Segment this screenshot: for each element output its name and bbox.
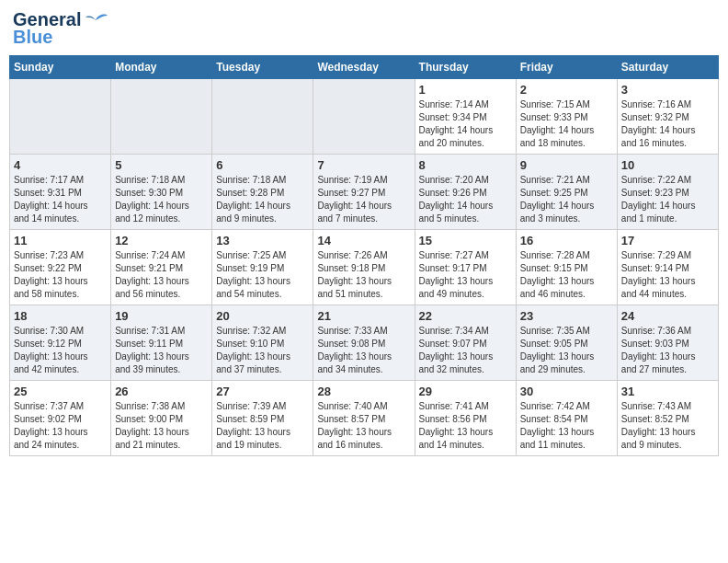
calendar-cell: 16Sunrise: 7:28 AM Sunset: 9:15 PM Dayli…	[516, 230, 617, 305]
day-info: Sunrise: 7:16 AM Sunset: 9:32 PM Dayligh…	[621, 98, 714, 150]
calendar-cell: 21Sunrise: 7:33 AM Sunset: 9:08 PM Dayli…	[313, 305, 415, 381]
header-monday: Monday	[111, 56, 212, 79]
day-number: 13	[216, 234, 309, 247]
day-number: 6	[216, 158, 309, 172]
day-info: Sunrise: 7:24 AM Sunset: 9:21 PM Dayligh…	[115, 249, 208, 301]
calendar-cell: 20Sunrise: 7:32 AM Sunset: 9:10 PM Dayli…	[212, 305, 313, 381]
day-info: Sunrise: 7:19 AM Sunset: 9:27 PM Dayligh…	[317, 174, 410, 225]
day-number: 30	[520, 385, 613, 398]
day-info: Sunrise: 7:22 AM Sunset: 9:23 PM Dayligh…	[621, 174, 714, 225]
day-number: 5	[115, 158, 208, 172]
calendar-cell: 17Sunrise: 7:29 AM Sunset: 9:14 PM Dayli…	[617, 230, 718, 305]
header-saturday: Saturday	[617, 56, 718, 79]
calendar-cell: 12Sunrise: 7:24 AM Sunset: 9:21 PM Dayli…	[111, 230, 212, 305]
calendar-cell: 3Sunrise: 7:16 AM Sunset: 9:32 PM Daylig…	[617, 79, 718, 155]
logo-bird-icon	[83, 11, 108, 29]
day-number: 21	[317, 309, 410, 323]
day-info: Sunrise: 7:40 AM Sunset: 8:57 PM Dayligh…	[317, 400, 410, 452]
header-friday: Friday	[516, 56, 617, 79]
header-tuesday: Tuesday	[212, 56, 313, 79]
calendar-cell: 11Sunrise: 7:23 AM Sunset: 9:22 PM Dayli…	[10, 230, 111, 305]
day-info: Sunrise: 7:30 AM Sunset: 9:12 PM Dayligh…	[14, 325, 107, 376]
day-info: Sunrise: 7:28 AM Sunset: 9:15 PM Dayligh…	[520, 249, 613, 301]
day-info: Sunrise: 7:35 AM Sunset: 9:05 PM Dayligh…	[520, 325, 613, 376]
calendar-cell: 31Sunrise: 7:43 AM Sunset: 8:52 PM Dayli…	[617, 381, 718, 456]
day-info: Sunrise: 7:42 AM Sunset: 8:54 PM Dayligh…	[520, 400, 613, 452]
calendar-cell	[10, 79, 111, 155]
day-number: 14	[317, 234, 410, 247]
day-info: Sunrise: 7:39 AM Sunset: 8:59 PM Dayligh…	[216, 400, 309, 452]
day-number: 12	[115, 234, 208, 247]
day-number: 2	[520, 83, 613, 97]
calendar-cell: 19Sunrise: 7:31 AM Sunset: 9:11 PM Dayli…	[111, 305, 212, 381]
day-number: 29	[419, 385, 512, 398]
day-number: 4	[14, 158, 107, 172]
day-info: Sunrise: 7:15 AM Sunset: 9:33 PM Dayligh…	[520, 98, 613, 150]
header-wednesday: Wednesday	[313, 56, 415, 79]
calendar-week-4: 18Sunrise: 7:30 AM Sunset: 9:12 PM Dayli…	[10, 305, 719, 381]
calendar-cell: 24Sunrise: 7:36 AM Sunset: 9:03 PM Dayli…	[617, 305, 718, 381]
calendar-cell	[313, 79, 415, 155]
calendar-cell: 4Sunrise: 7:17 AM Sunset: 9:31 PM Daylig…	[10, 155, 111, 230]
day-number: 17	[621, 234, 714, 247]
day-number: 26	[115, 385, 208, 398]
calendar-cell: 23Sunrise: 7:35 AM Sunset: 9:05 PM Dayli…	[516, 305, 617, 381]
header-thursday: Thursday	[415, 56, 516, 79]
calendar-cell: 8Sunrise: 7:20 AM Sunset: 9:26 PM Daylig…	[415, 155, 516, 230]
day-info: Sunrise: 7:41 AM Sunset: 8:56 PM Dayligh…	[419, 400, 512, 452]
day-number: 16	[520, 234, 613, 247]
calendar-week-2: 4Sunrise: 7:17 AM Sunset: 9:31 PM Daylig…	[10, 155, 719, 230]
page-header: General Blue	[9, 9, 719, 48]
day-number: 10	[621, 158, 714, 172]
calendar-cell: 28Sunrise: 7:40 AM Sunset: 8:57 PM Dayli…	[313, 381, 415, 456]
calendar-cell	[212, 79, 313, 155]
calendar-cell	[111, 79, 212, 155]
day-number: 22	[419, 309, 512, 323]
day-info: Sunrise: 7:18 AM Sunset: 9:30 PM Dayligh…	[115, 174, 208, 225]
calendar-week-5: 25Sunrise: 7:37 AM Sunset: 9:02 PM Dayli…	[10, 381, 719, 456]
calendar-table: SundayMondayTuesdayWednesdayThursdayFrid…	[9, 55, 719, 456]
calendar-cell: 22Sunrise: 7:34 AM Sunset: 9:07 PM Dayli…	[415, 305, 516, 381]
day-number: 18	[14, 309, 107, 323]
day-info: Sunrise: 7:37 AM Sunset: 9:02 PM Dayligh…	[14, 400, 107, 452]
day-number: 7	[317, 158, 410, 172]
day-info: Sunrise: 7:14 AM Sunset: 9:34 PM Dayligh…	[419, 98, 512, 150]
calendar-cell: 13Sunrise: 7:25 AM Sunset: 9:19 PM Dayli…	[212, 230, 313, 305]
day-number: 31	[621, 385, 714, 398]
day-number: 23	[520, 309, 613, 323]
day-info: Sunrise: 7:38 AM Sunset: 9:00 PM Dayligh…	[115, 400, 208, 452]
calendar-cell: 6Sunrise: 7:18 AM Sunset: 9:28 PM Daylig…	[212, 155, 313, 230]
day-info: Sunrise: 7:20 AM Sunset: 9:26 PM Dayligh…	[419, 174, 512, 225]
calendar-header-row: SundayMondayTuesdayWednesdayThursdayFrid…	[10, 56, 719, 79]
calendar-cell: 7Sunrise: 7:19 AM Sunset: 9:27 PM Daylig…	[313, 155, 415, 230]
day-info: Sunrise: 7:36 AM Sunset: 9:03 PM Dayligh…	[621, 325, 714, 376]
day-info: Sunrise: 7:18 AM Sunset: 9:28 PM Dayligh…	[216, 174, 309, 225]
logo: General Blue	[13, 9, 108, 48]
logo-blue: Blue	[13, 27, 52, 48]
day-info: Sunrise: 7:32 AM Sunset: 9:10 PM Dayligh…	[216, 325, 309, 376]
day-number: 1	[419, 83, 512, 97]
calendar-week-3: 11Sunrise: 7:23 AM Sunset: 9:22 PM Dayli…	[10, 230, 719, 305]
day-info: Sunrise: 7:43 AM Sunset: 8:52 PM Dayligh…	[621, 400, 714, 452]
calendar-cell: 15Sunrise: 7:27 AM Sunset: 9:17 PM Dayli…	[415, 230, 516, 305]
day-info: Sunrise: 7:34 AM Sunset: 9:07 PM Dayligh…	[419, 325, 512, 376]
day-number: 25	[14, 385, 107, 398]
calendar-cell: 25Sunrise: 7:37 AM Sunset: 9:02 PM Dayli…	[10, 381, 111, 456]
header-sunday: Sunday	[10, 56, 111, 79]
day-number: 28	[317, 385, 410, 398]
calendar-cell: 27Sunrise: 7:39 AM Sunset: 8:59 PM Dayli…	[212, 381, 313, 456]
day-number: 3	[621, 83, 714, 97]
calendar-cell: 9Sunrise: 7:21 AM Sunset: 9:25 PM Daylig…	[516, 155, 617, 230]
day-number: 27	[216, 385, 309, 398]
calendar-cell: 1Sunrise: 7:14 AM Sunset: 9:34 PM Daylig…	[415, 79, 516, 155]
calendar-cell: 26Sunrise: 7:38 AM Sunset: 9:00 PM Dayli…	[111, 381, 212, 456]
day-info: Sunrise: 7:29 AM Sunset: 9:14 PM Dayligh…	[621, 249, 714, 301]
calendar-cell: 5Sunrise: 7:18 AM Sunset: 9:30 PM Daylig…	[111, 155, 212, 230]
day-info: Sunrise: 7:23 AM Sunset: 9:22 PM Dayligh…	[14, 249, 107, 301]
calendar-cell: 10Sunrise: 7:22 AM Sunset: 9:23 PM Dayli…	[617, 155, 718, 230]
day-number: 15	[419, 234, 512, 247]
calendar-cell: 30Sunrise: 7:42 AM Sunset: 8:54 PM Dayli…	[516, 381, 617, 456]
calendar-cell: 2Sunrise: 7:15 AM Sunset: 9:33 PM Daylig…	[516, 79, 617, 155]
calendar-week-1: 1Sunrise: 7:14 AM Sunset: 9:34 PM Daylig…	[10, 79, 719, 155]
day-info: Sunrise: 7:33 AM Sunset: 9:08 PM Dayligh…	[317, 325, 410, 376]
